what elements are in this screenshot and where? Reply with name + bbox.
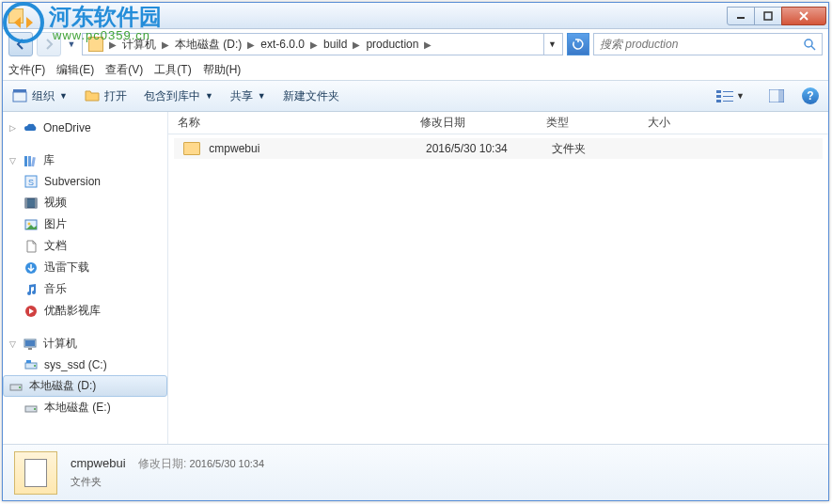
file-list[interactable]: 名称 修改日期 类型 大小 cmpwebui 2016/5/30 10:34 文… [168, 112, 828, 444]
navigation-pane[interactable]: ▷ OneDrive ▽ 库 S Subversion 视频 图片 [3, 112, 168, 444]
column-headers: 名称 修改日期 类型 大小 [168, 112, 828, 134]
svg-text:S: S [28, 178, 34, 187]
svg-rect-31 [28, 348, 32, 350]
sidebar-library[interactable]: ▽ 库 [3, 150, 167, 171]
history-dropdown[interactable]: ▼ [65, 32, 78, 56]
folder-icon [183, 142, 200, 155]
image-icon [24, 217, 39, 232]
details-view-icon [716, 89, 733, 102]
file-row[interactable]: cmpwebui 2016/5/30 10:34 文件夹 [174, 138, 823, 159]
search-box[interactable] [593, 33, 823, 55]
sidebar-item-document[interactable]: 文档 [3, 235, 167, 257]
item-type: 文件夹 [71, 475, 264, 489]
search-input[interactable] [600, 38, 803, 51]
computer-icon [23, 337, 38, 352]
sidebar-item-xunlei[interactable]: 迅雷下载 [3, 257, 167, 278]
svg-rect-4 [764, 12, 772, 20]
breadcrumb-folder[interactable]: ext-6.0.0 [257, 38, 308, 51]
column-header-size[interactable]: 大小 [638, 115, 714, 131]
sidebar-onedrive[interactable]: ▷ OneDrive [3, 118, 167, 138]
collapse-icon[interactable]: ▽ [8, 156, 17, 165]
svg-point-34 [34, 365, 36, 367]
maximize-button[interactable] [754, 7, 782, 25]
svg-rect-10 [723, 91, 733, 92]
organize-button[interactable]: 组织 ▼ [12, 88, 68, 104]
svg-rect-14 [723, 101, 733, 102]
sidebar-computer[interactable]: ▽ 计算机 [3, 333, 167, 354]
youku-icon [24, 304, 39, 319]
open-folder-icon [85, 88, 100, 103]
toolbar: 组织 ▼ 打开 包含到库中 ▼ 共享 ▼ 新建文件夹 ▼ ? [3, 80, 828, 112]
breadcrumb-folder[interactable]: production [362, 38, 422, 51]
navigation-row: ▼ ▶ 计算机 ▶ 本地磁盘 (D:) ▶ ext-6.0.0 ▶ build … [3, 29, 828, 59]
sidebar-item-music[interactable]: 音乐 [3, 278, 167, 300]
sidebar-drive-e[interactable]: 本地磁盘 (E:) [3, 397, 167, 418]
document-icon [24, 239, 39, 254]
menu-file[interactable]: 文件(F) [8, 62, 45, 78]
breadcrumb-bar[interactable]: ▶ 计算机 ▶ 本地磁盘 (D:) ▶ ext-6.0.0 ▶ build ▶ … [82, 33, 563, 55]
chevron-down-icon: ▼ [59, 91, 68, 101]
breadcrumb-computer[interactable]: 计算机 [118, 37, 160, 53]
breadcrumb-drive[interactable]: 本地磁盘 (D:) [171, 37, 245, 53]
explorer-window: ▼ ▶ 计算机 ▶ 本地磁盘 (D:) ▶ ext-6.0.0 ▶ build … [2, 2, 829, 501]
column-header-date[interactable]: 修改日期 [411, 115, 537, 131]
menubar: 文件(F) 编辑(E) 查看(V) 工具(T) 帮助(H) [3, 59, 828, 80]
maximize-icon [763, 11, 773, 21]
date-label: 修改日期: [138, 457, 186, 470]
help-button[interactable]: ? [802, 87, 819, 104]
column-header-type[interactable]: 类型 [537, 115, 638, 131]
svg-rect-7 [13, 92, 26, 102]
sidebar-item-youku[interactable]: 优酷影视库 [3, 300, 167, 322]
refresh-button[interactable] [567, 33, 589, 55]
forward-arrow-icon [42, 38, 55, 51]
video-icon [24, 196, 39, 211]
view-mode-button[interactable]: ▼ [710, 86, 751, 106]
expand-icon[interactable]: ▷ [8, 124, 17, 133]
organize-icon [12, 88, 27, 103]
menu-help[interactable]: 帮助(H) [203, 62, 242, 78]
sidebar-drive-d[interactable]: 本地磁盘 (D:) [3, 375, 167, 397]
breadcrumb-folder[interactable]: build [320, 38, 351, 51]
folder-icon [88, 37, 103, 52]
preview-icon [769, 89, 784, 102]
drive-icon [24, 357, 39, 372]
svg-rect-18 [28, 156, 31, 166]
chevron-down-icon: ▼ [736, 91, 745, 101]
back-button[interactable] [8, 32, 33, 56]
svg-point-26 [28, 222, 31, 225]
chevron-down-icon: ▼ [258, 91, 266, 101]
svg-rect-8 [13, 89, 26, 92]
open-button[interactable]: 打开 [85, 88, 127, 104]
share-button[interactable]: 共享 ▼ [230, 88, 266, 104]
refresh-icon [572, 38, 585, 51]
menu-edit[interactable]: 编辑(E) [56, 62, 94, 78]
preview-pane-button[interactable] [762, 86, 791, 106]
svg-rect-17 [24, 156, 27, 166]
sidebar-item-subversion[interactable]: S Subversion [3, 171, 167, 192]
new-folder-button[interactable]: 新建文件夹 [283, 88, 339, 104]
svg-rect-33 [26, 360, 31, 363]
chevron-down-icon: ▼ [205, 91, 213, 101]
sidebar-item-image[interactable]: 图片 [3, 213, 167, 235]
content-area: ▷ OneDrive ▽ 库 S Subversion 视频 图片 [3, 112, 828, 444]
menu-view[interactable]: 查看(V) [105, 62, 143, 78]
titlebar[interactable] [3, 3, 828, 29]
breadcrumb-dropdown[interactable]: ▼ [543, 34, 560, 55]
drive-icon [24, 401, 39, 416]
include-library-button[interactable]: 包含到库中 ▼ [144, 88, 213, 104]
menu-tools[interactable]: 工具(T) [154, 62, 191, 78]
svg-rect-16 [778, 89, 784, 102]
close-icon [798, 10, 809, 22]
column-header-name[interactable]: 名称 [168, 115, 411, 131]
svg-rect-9 [716, 90, 721, 93]
svg-rect-23 [25, 198, 27, 208]
minimize-button[interactable] [727, 7, 755, 25]
search-icon[interactable] [803, 38, 816, 51]
music-icon [24, 282, 39, 297]
close-button[interactable] [781, 7, 826, 25]
download-icon [24, 260, 39, 276]
sidebar-drive-c[interactable]: sys_ssd (C:) [3, 354, 167, 375]
collapse-icon[interactable]: ▽ [8, 339, 17, 348]
sidebar-item-video[interactable]: 视频 [3, 192, 167, 213]
forward-button[interactable] [37, 32, 61, 56]
